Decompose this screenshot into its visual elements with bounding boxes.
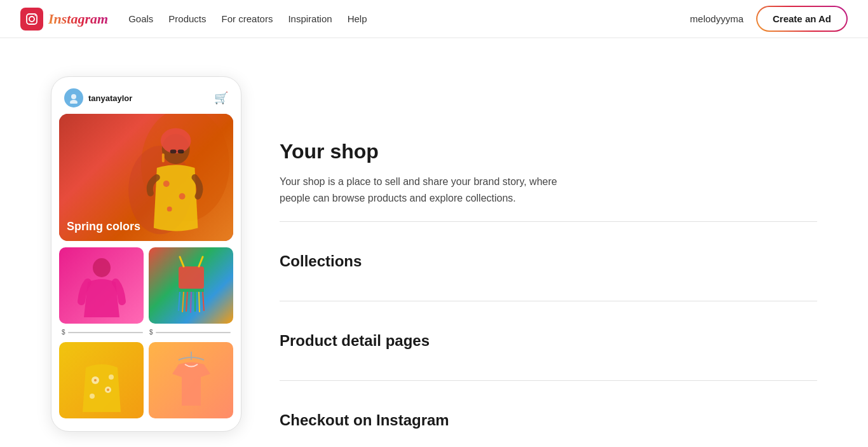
svg-line-26 [180, 257, 184, 266]
product-thumb-peach [149, 342, 233, 418]
svg-point-12 [167, 207, 172, 212]
nav-link-creators[interactable]: For creators [222, 13, 273, 24]
nav-right: melodyyyma Create an Ad [690, 6, 848, 32]
right-content: Your shop Your shop is a place to sell a… [280, 76, 817, 447]
svg-rect-13 [170, 149, 177, 153]
svg-line-27 [199, 257, 203, 266]
product-grid-row2 [59, 342, 233, 418]
price-bar-1: $ [62, 329, 143, 336]
price-bar-2: $ [149, 329, 231, 336]
phone-username: tanyataylor [88, 93, 132, 103]
phone-profile: tanyataylor [64, 88, 132, 107]
divider-3 [280, 380, 817, 381]
product-thumb-colorful [149, 247, 233, 324]
phone-header: tanyataylor 🛒 [59, 85, 233, 114]
price-indicator-2 [156, 332, 231, 333]
currency-symbol-1: $ [62, 329, 65, 336]
svg-point-10 [163, 181, 170, 187]
product-detail-title: Product detail pages [280, 332, 817, 350]
svg-line-19 [179, 292, 180, 311]
divider-2 [280, 301, 817, 301]
svg-line-20 [182, 292, 184, 312]
price-indicator-1 [68, 332, 143, 333]
svg-point-4 [71, 94, 76, 99]
svg-rect-0 [20, 8, 43, 31]
svg-point-16 [93, 258, 111, 277]
svg-point-11 [179, 193, 186, 200]
price-lines: $ $ [59, 329, 233, 336]
svg-rect-18 [179, 289, 204, 292]
svg-point-33 [107, 389, 109, 391]
instagram-logo-icon [20, 8, 43, 31]
svg-rect-17 [179, 266, 204, 289]
nav-link-inspiration[interactable]: Inspiration [288, 13, 332, 24]
username-display: melodyyyma [690, 13, 743, 24]
avatar [64, 88, 83, 107]
logo[interactable]: Instagram [20, 8, 108, 31]
feature-product-detail[interactable]: Product detail pages [280, 317, 817, 365]
avatar-icon [68, 92, 79, 104]
shop-description: Your shop is a place to sell and share y… [280, 174, 585, 206]
checkout-title: Checkout on Instagram [280, 411, 817, 429]
product-thumb-yellow [59, 342, 144, 418]
currency-symbol-2: $ [149, 329, 153, 336]
svg-line-24 [199, 292, 200, 312]
hero-label: Spring colors [67, 220, 140, 233]
svg-line-21 [186, 292, 187, 312]
svg-point-31 [109, 375, 114, 380]
feature-collections[interactable]: Collections [280, 237, 817, 285]
peach-top-icon [166, 348, 217, 412]
nav-link-help[interactable]: Help [348, 13, 367, 24]
product-grid-row1 [59, 247, 233, 324]
svg-point-9 [161, 128, 191, 154]
svg-line-22 [191, 292, 191, 313]
pink-dress-icon [76, 254, 127, 317]
shop-heading: Your shop [280, 140, 817, 163]
svg-rect-14 [178, 149, 184, 153]
feature-checkout[interactable]: Checkout on Instagram [280, 396, 817, 444]
divider-1 [280, 221, 817, 222]
svg-point-5 [70, 100, 78, 104]
phone-frame: tanyataylor 🛒 [51, 76, 241, 432]
nav-link-products[interactable]: Products [168, 13, 206, 24]
svg-line-25 [203, 292, 204, 311]
nav-links: Goals Products For creators Inspiration … [128, 13, 367, 24]
nav-link-goals[interactable]: Goals [128, 13, 153, 24]
nav-left: Instagram Goals Products For creators In… [20, 8, 367, 31]
yellow-dress-icon [76, 348, 127, 412]
phone-section: tanyataylor 🛒 [51, 76, 241, 447]
colorful-top-icon [166, 254, 217, 317]
navbar: Instagram Goals Products For creators In… [0, 0, 868, 38]
collections-title: Collections [280, 252, 817, 270]
svg-point-32 [94, 379, 97, 382]
logo-text: Instagram [48, 11, 108, 27]
hero-image: Spring colors [59, 114, 233, 241]
cart-icon[interactable]: 🛒 [214, 91, 228, 105]
main-content: tanyataylor 🛒 [0, 38, 868, 447]
svg-point-30 [90, 394, 95, 399]
svg-rect-15 [162, 153, 165, 162]
create-ad-button[interactable]: Create an Ad [756, 6, 848, 32]
product-thumb-pink [59, 247, 144, 324]
svg-point-3 [35, 15, 36, 16]
